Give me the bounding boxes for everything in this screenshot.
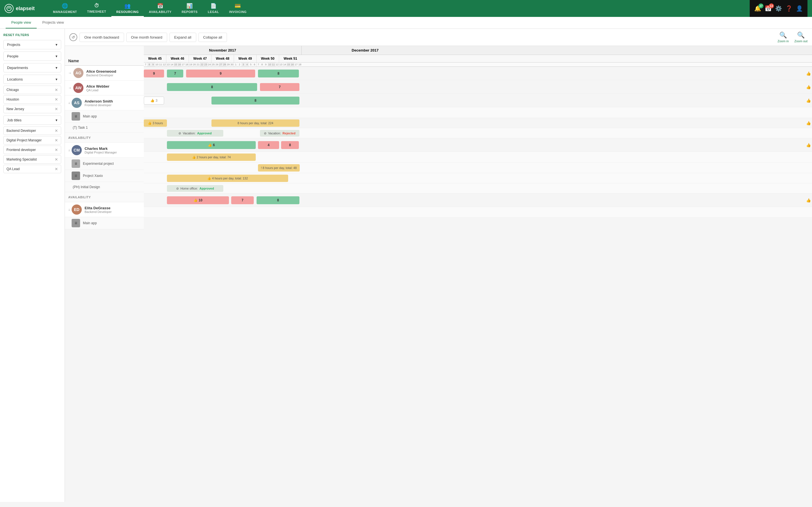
alarm-badge: 27	[758, 3, 763, 8]
tab-projects-view[interactable]: Projects view	[37, 17, 70, 29]
nav-reports[interactable]: 📊 REPORTS	[176, 0, 203, 17]
tag-chicago-remove[interactable]: ✕	[55, 88, 58, 92]
tag-qa-lead-remove[interactable]: ✕	[55, 167, 58, 171]
bar-ed-3[interactable]: 8	[257, 196, 299, 204]
people-dropdown-icon: ▾	[56, 54, 57, 58]
like-ag[interactable]: 👍	[806, 71, 811, 76]
expand-charles[interactable]: ↓	[68, 148, 70, 152]
expand-alice-w[interactable]: →	[68, 86, 71, 90]
tag-frontend-dev-remove[interactable]: ✕	[55, 148, 58, 152]
bar-as-2[interactable]: 8	[211, 97, 299, 105]
bar-initial-1[interactable]: 👍 4 hours per day, total: 132	[167, 175, 288, 182]
legal-icon: 📄	[210, 3, 217, 9]
avail-rejected-status: Rejected	[283, 131, 296, 135]
avail-homeoffice-status: Approved	[200, 187, 214, 190]
bar-cm-1[interactable]: 👍 6	[167, 141, 256, 149]
settings-button[interactable]: ⚙️	[775, 5, 782, 12]
help-button[interactable]: ❓	[785, 5, 793, 12]
nav-management-label: MANAGEMENT	[53, 10, 77, 13]
bar-xaxio-1[interactable]: ! 8 hours per day, total: 48	[258, 164, 300, 172]
expand-anderson[interactable]: ↓	[68, 101, 70, 105]
month-header-row: November 2017 December 2017	[144, 46, 812, 55]
avatar-elita: ED	[71, 205, 82, 215]
week48-days: 25 26 27 28 29 30	[211, 62, 234, 66]
job-titles-filter-btn[interactable]: Job titles ▾	[3, 115, 61, 125]
elita-name: Elita DeGrasse	[85, 206, 140, 210]
nav-timesheet[interactable]: ⏱ TIMESHEET	[82, 0, 111, 17]
avatar-alice-w: AW	[73, 83, 84, 93]
bar-aw-2[interactable]: 7	[260, 83, 299, 91]
expand-all-button[interactable]: Expand all	[169, 33, 196, 42]
bar-cm-2[interactable]: 4	[258, 141, 279, 149]
like-task1[interactable]: 👍	[806, 121, 811, 125]
bar-aw-1[interactable]: 8	[167, 83, 257, 91]
nav-invoicing[interactable]: 💳 INVOICING	[224, 0, 252, 17]
projects-filter-btn[interactable]: Projects ▾	[3, 40, 61, 49]
avail-vacation-rejected: ⊘ Vacation: Rejected	[260, 130, 299, 136]
people-filter-btn[interactable]: People ▾	[3, 52, 61, 61]
avail-homeoffice-approved: ⊘ Home office: Approved	[167, 185, 223, 192]
reports-icon: 📊	[186, 3, 193, 9]
locations-filter-btn[interactable]: Locations ▾	[3, 75, 61, 84]
tag-qa-lead-label: QA Lead	[6, 167, 20, 171]
week-header-row: Week 45 Week 46 Week 47 Week 48 Week 49 …	[144, 55, 812, 62]
tag-houston-remove[interactable]: ✕	[55, 97, 58, 102]
like-ed[interactable]: 👍	[806, 198, 811, 203]
nav-legal[interactable]: 📄 LEGAL	[203, 0, 224, 17]
bar-exp-1[interactable]: 👍 2 hours per day, total: 74	[167, 154, 256, 161]
bars-charles: 👍 6 4 8 👍	[144, 138, 812, 152]
refresh-button[interactable]: ↺	[69, 33, 77, 41]
logo[interactable]: elapseit	[4, 4, 41, 13]
calendar-badge: 13	[769, 3, 774, 8]
bar-as-1[interactable]: 👍 3	[144, 97, 164, 105]
nav-management[interactable]: 🌐 MANAGEMENT	[48, 0, 82, 17]
tag-marketing-remove[interactable]: ✕	[55, 157, 58, 162]
bar-ag-2[interactable]: 7	[167, 69, 183, 77]
reset-filters-button[interactable]: RESET FILTERS	[3, 32, 61, 40]
bar-ed-1[interactable]: 👍 10	[167, 196, 229, 204]
bar-task1-2[interactable]: 8 hours per day, total: 224	[211, 119, 299, 127]
month-nov: November 2017	[144, 46, 302, 55]
charles-title: Digital Project Manager	[85, 151, 140, 154]
like-aw[interactable]: 👍	[806, 85, 811, 89]
name-column-header: Name	[65, 46, 144, 66]
nav-availability[interactable]: 📅 AVAILABILITY	[144, 0, 176, 17]
bar-task1-1[interactable]: 👍 3 hours	[144, 119, 167, 127]
tag-new-jersey-label: New Jersey	[6, 107, 24, 111]
tag-chicago: Chicago ✕	[3, 86, 61, 94]
expand-alice-g[interactable]: →	[68, 71, 71, 75]
expand-elita[interactable]: ↓	[68, 208, 70, 212]
avail-bars-anderson: ⊘ Vacation: Approved ⊘ Vacation: Rejecte…	[144, 128, 812, 138]
sub-row-xaxio: 🖥 Project Xaxio	[65, 170, 144, 182]
bar-ag-1[interactable]: 9	[144, 69, 164, 77]
avail-vacation-label2: Vacation:	[268, 131, 281, 135]
zoom-in-button[interactable]: 🔍 Zoom in	[777, 32, 789, 43]
bar-ed-2[interactable]: 7	[231, 196, 254, 204]
one-month-forward-button[interactable]: One month forward	[126, 33, 167, 42]
zoom-out-button[interactable]: 🔍 Zoom out	[795, 32, 808, 43]
tag-backend-dev-remove[interactable]: ✕	[55, 128, 58, 133]
nav-resourcing[interactable]: 👥 RESOURCING	[111, 0, 144, 17]
bar-ag-3[interactable]: 9	[186, 69, 255, 77]
avail-vacation-label: Vacation:	[183, 131, 195, 135]
bar-cm-3[interactable]: 8	[281, 141, 299, 149]
tag-new-jersey-remove[interactable]: ✕	[55, 107, 58, 111]
departments-filter-btn[interactable]: Departments ▾	[3, 63, 61, 72]
logo-text: elapseit	[16, 6, 35, 11]
zoom-out-icon: 🔍	[797, 32, 805, 39]
tab-people-view[interactable]: People view	[6, 17, 37, 29]
month-dec: December 2017	[302, 46, 428, 55]
one-month-backward-button[interactable]: One month backward	[80, 33, 124, 42]
bar-ag-4[interactable]: 8	[258, 69, 299, 77]
bars-elita: 👍 10 7 8 👍	[144, 193, 812, 207]
collapse-all-button[interactable]: Collapse all	[199, 33, 227, 42]
tag-dpm-remove[interactable]: ✕	[55, 138, 58, 143]
profile-button[interactable]: 👤	[796, 5, 803, 12]
like-as[interactable]: 👍	[806, 98, 811, 103]
avatar-charles: CM	[71, 145, 82, 155]
avatar-anderson: AS	[71, 98, 82, 108]
alarm-button[interactable]: 🔔 27	[754, 5, 761, 12]
calendar-button[interactable]: 📅 13	[765, 5, 772, 12]
like-cm[interactable]: 👍	[806, 143, 811, 147]
locations-dropdown-icon: ▾	[56, 77, 57, 81]
